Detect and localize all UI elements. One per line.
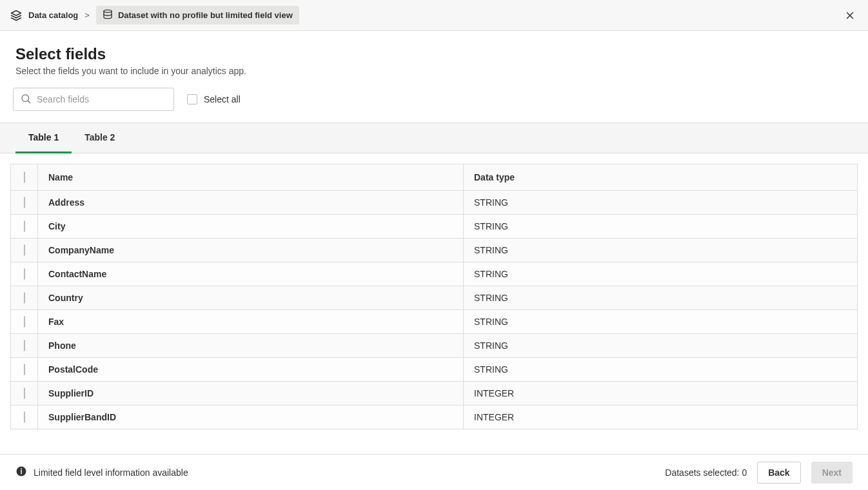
header-bar: Data catalog > Dataset with no profile b… <box>0 0 868 31</box>
row-name: City <box>38 215 464 239</box>
row-name: Address <box>38 191 464 215</box>
row-checkbox-cell <box>11 191 38 215</box>
tab-table-1[interactable]: Table 1 <box>15 123 72 153</box>
row-checkbox-cell <box>11 262 38 286</box>
tab-table-2[interactable]: Table 2 <box>72 123 128 153</box>
select-all-checkbox[interactable] <box>187 94 197 104</box>
breadcrumb-current-label: Dataset with no profile but limited fiel… <box>118 10 293 20</box>
breadcrumb: Data catalog > Dataset with no profile b… <box>10 6 299 24</box>
header-checkbox-col <box>11 164 38 191</box>
row-type: INTEGER <box>464 382 858 406</box>
svg-point-4 <box>22 95 29 102</box>
footer-info-text: Limited field level information availabl… <box>34 467 188 478</box>
tabs-bar: Table 1Table 2 <box>0 122 868 153</box>
footer-actions: Datasets selected: 0 Back Next <box>665 462 853 484</box>
catalog-icon <box>10 10 22 21</box>
table-row: CitySTRING <box>11 215 858 239</box>
table-row: ContactNameSTRING <box>11 262 858 286</box>
footer-info: Limited field level information availabl… <box>15 466 188 479</box>
row-checkbox-cell <box>11 215 38 239</box>
row-name: ContactName <box>38 262 464 286</box>
row-checkbox-cell <box>11 239 38 262</box>
row-name: SupplierID <box>38 382 464 406</box>
row-checkbox[interactable] <box>24 244 25 256</box>
table-row: AddressSTRING <box>11 191 858 215</box>
database-icon <box>103 9 113 21</box>
row-checkbox[interactable] <box>24 364 25 375</box>
search-field-wrap[interactable] <box>13 88 174 111</box>
header-type[interactable]: Data type <box>464 164 858 191</box>
info-icon <box>15 466 27 479</box>
row-checkbox-cell <box>11 358 38 382</box>
search-input[interactable] <box>37 94 167 104</box>
row-checkbox[interactable] <box>24 411 25 423</box>
table-row: CountrySTRING <box>11 286 858 310</box>
footer-bar: Limited field level information availabl… <box>0 454 868 490</box>
page-subtitle: Select the fields you want to include in… <box>15 66 853 76</box>
row-checkbox[interactable] <box>24 197 25 208</box>
row-type: STRING <box>464 262 858 286</box>
datasets-selected-count: 0 <box>742 467 747 478</box>
title-block: Select fields Select the fields you want… <box>0 31 868 88</box>
svg-line-5 <box>28 101 30 103</box>
header-checkbox[interactable] <box>24 172 25 183</box>
row-name: Country <box>38 286 464 310</box>
svg-marker-0 <box>12 10 21 15</box>
select-all[interactable]: Select all <box>187 94 241 104</box>
table-row: PostalCodeSTRING <box>11 358 858 382</box>
svg-point-8 <box>21 468 22 469</box>
row-name: CompanyName <box>38 239 464 262</box>
row-type: STRING <box>464 358 858 382</box>
row-type: STRING <box>464 191 858 215</box>
row-checkbox[interactable] <box>24 268 25 280</box>
row-checkbox-cell <box>11 286 38 310</box>
row-checkbox-cell <box>11 334 38 358</box>
row-checkbox-cell <box>11 382 38 406</box>
search-icon <box>20 93 32 106</box>
next-button[interactable]: Next <box>811 462 853 484</box>
row-checkbox-cell <box>11 310 38 334</box>
row-type: STRING <box>464 215 858 239</box>
row-checkbox[interactable] <box>24 340 25 351</box>
row-name: Fax <box>38 310 464 334</box>
row-type: INTEGER <box>464 406 858 429</box>
row-checkbox-cell <box>11 406 38 429</box>
controls-row: Select all <box>0 88 868 122</box>
select-all-label: Select all <box>204 94 241 104</box>
table-row: SupplierIDINTEGER <box>11 382 858 406</box>
breadcrumb-root[interactable]: Data catalog <box>28 10 78 20</box>
datasets-selected: Datasets selected: 0 <box>665 467 747 478</box>
svg-point-1 <box>104 10 112 12</box>
back-button[interactable]: Back <box>757 462 800 484</box>
row-checkbox[interactable] <box>24 387 25 399</box>
table-row: FaxSTRING <box>11 310 858 334</box>
page-title: Select fields <box>15 45 853 63</box>
main-content: Select fields Select the fields you want… <box>0 31 868 454</box>
row-name: PostalCode <box>38 358 464 382</box>
table-row: CompanyNameSTRING <box>11 239 858 262</box>
fields-table: Name Data type AddressSTRINGCitySTRINGCo… <box>10 164 858 429</box>
row-checkbox[interactable] <box>24 316 25 328</box>
breadcrumb-separator: > <box>84 10 90 20</box>
header-name[interactable]: Name <box>38 164 464 191</box>
row-checkbox[interactable] <box>24 292 25 304</box>
table-row: PhoneSTRING <box>11 334 858 358</box>
row-name: SupplierBandID <box>38 406 464 429</box>
row-type: STRING <box>464 239 858 262</box>
row-type: STRING <box>464 334 858 358</box>
table-wrap: Name Data type AddressSTRINGCitySTRINGCo… <box>0 153 868 454</box>
row-type: STRING <box>464 286 858 310</box>
row-checkbox[interactable] <box>24 220 25 232</box>
datasets-selected-label: Datasets selected: <box>665 467 742 478</box>
row-name: Phone <box>38 334 464 358</box>
row-type: STRING <box>464 310 858 334</box>
close-button[interactable] <box>842 8 858 23</box>
breadcrumb-current[interactable]: Dataset with no profile but limited fiel… <box>96 6 299 24</box>
table-row: SupplierBandIDINTEGER <box>11 406 858 429</box>
